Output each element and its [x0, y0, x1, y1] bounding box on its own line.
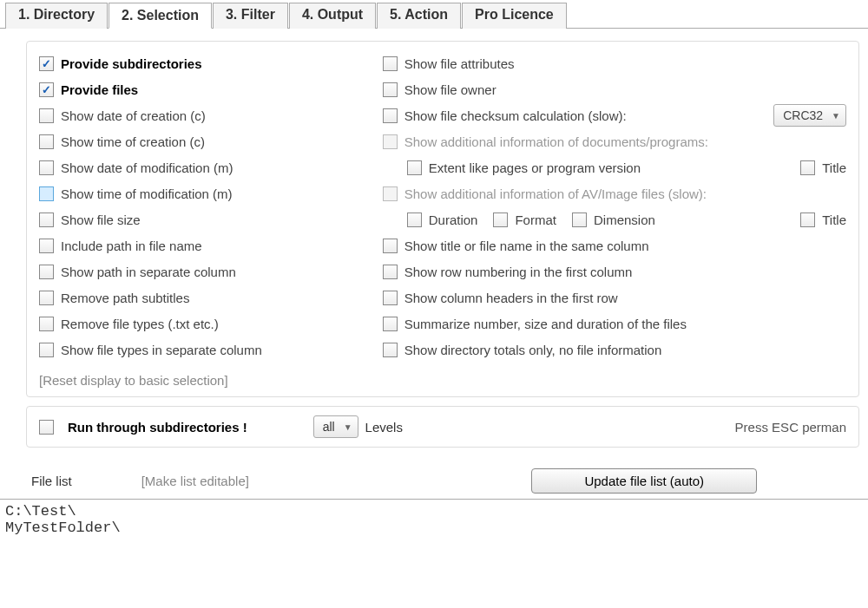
label-time-creation: Show time of creation (c) — [61, 134, 205, 149]
checkbox-include-path[interactable] — [39, 239, 54, 253]
label-dimension: Dimension — [594, 212, 655, 227]
chevron-down-icon: ▼ — [832, 111, 840, 121]
tab-filter[interactable]: 3. Filter — [213, 3, 288, 29]
label-types-sep-col: Show file types in separate column — [61, 343, 262, 357]
checkbox-title-same-col[interactable] — [383, 239, 398, 253]
make-list-editable-link[interactable]: [Make list editable] — [141, 474, 249, 488]
label-title-same-col: Show title or file name in the same colu… — [404, 239, 649, 253]
checkbox-title2[interactable] — [800, 212, 815, 227]
checkbox-provide-files[interactable]: ✓ — [39, 82, 54, 97]
label-extent: Extent like pages or program version — [429, 160, 641, 175]
label-col-headers: Show column headers in the first row — [404, 291, 618, 305]
file-list-output[interactable]: C:\Test\ MyTestFolder\ — [0, 499, 868, 539]
checkbox-remove-types[interactable] — [39, 317, 54, 331]
esc-hint: Press ESC perman — [735, 420, 846, 435]
checkbox-types-sep-col[interactable] — [39, 343, 54, 357]
tab-pro-licence[interactable]: Pro Licence — [462, 3, 567, 29]
run-through-group: Run through subdirectories ! all▼ Levels… — [26, 406, 859, 448]
checkbox-col-headers[interactable] — [383, 291, 398, 305]
checkbox-title1[interactable] — [800, 160, 815, 175]
label-path-sep-col: Show path in separate column — [61, 265, 236, 279]
label-owner: Show file owner — [404, 82, 496, 97]
tab-bar: 1. Directory 2. Selection 3. Filter 4. O… — [0, 0, 868, 29]
checkbox-checksum[interactable] — [383, 108, 398, 123]
label-row-num: Show row numbering in the first column — [404, 265, 633, 279]
checkbox-format[interactable] — [493, 212, 508, 227]
chevron-down-icon: ▼ — [344, 422, 352, 432]
checkbox-date-creation[interactable] — [39, 108, 54, 123]
checkbox-dir-totals[interactable] — [383, 343, 398, 357]
label-doc-info: Show additional information of documents… — [404, 134, 708, 149]
label-av-info: Show additional information of AV/Image … — [404, 186, 707, 201]
label-levels: Levels — [365, 420, 403, 435]
checkbox-owner[interactable] — [383, 82, 398, 97]
label-provide-subdirs: Provide subdirectories — [61, 56, 202, 71]
checkbox-time-mod[interactable] — [39, 186, 54, 201]
checkbox-av-info — [383, 186, 398, 201]
checkbox-run-through[interactable] — [39, 420, 54, 435]
tab-selection[interactable]: 2. Selection — [108, 3, 212, 29]
label-remove-subtitles: Remove path subtitles — [61, 291, 189, 305]
label-time-mod: Show time of modification (m) — [61, 186, 233, 201]
label-title2: Title — [822, 212, 846, 227]
checkbox-path-sep-col[interactable] — [39, 265, 54, 279]
checkbox-provide-subdirs[interactable]: ✓ — [39, 56, 54, 71]
checkbox-row-num[interactable] — [383, 265, 398, 279]
label-dir-totals: Show directory totals only, no file info… — [404, 343, 662, 357]
label-attrs: Show file attributes — [404, 56, 515, 71]
display-options-group: ✓Provide subdirectories ✓Provide files S… — [26, 41, 859, 397]
checkbox-date-mod[interactable] — [39, 160, 54, 175]
label-run-through: Run through subdirectories ! — [68, 420, 247, 435]
label-provide-files: Provide files — [61, 82, 138, 97]
select-levels[interactable]: all▼ — [313, 415, 358, 438]
tab-output[interactable]: 4. Output — [289, 3, 376, 29]
label-summarize: Summarize number, size and duration of t… — [404, 317, 687, 331]
file-list-label: File list — [31, 474, 72, 488]
label-include-path: Include path in file name — [61, 239, 202, 253]
label-title1: Title — [822, 160, 846, 175]
tab-action[interactable]: 5. Action — [377, 3, 461, 29]
label-date-creation: Show date of creation (c) — [61, 108, 206, 123]
checkbox-file-size[interactable] — [39, 212, 54, 227]
checkbox-attrs[interactable] — [383, 56, 398, 71]
select-checksum-alg[interactable]: CRC32▼ — [773, 104, 846, 127]
checkbox-duration[interactable] — [407, 212, 422, 227]
label-format: Format — [515, 212, 556, 227]
checkbox-dimension[interactable] — [572, 212, 587, 227]
label-date-mod: Show date of modification (m) — [61, 160, 233, 175]
checkbox-extent[interactable] — [407, 160, 422, 175]
label-duration: Duration — [429, 212, 478, 227]
label-remove-types: Remove file types (.txt etc.) — [61, 317, 219, 331]
label-checksum: Show file checksum calculation (slow): — [404, 108, 627, 123]
checkbox-summarize[interactable] — [383, 317, 398, 331]
checkbox-remove-subtitles[interactable] — [39, 291, 54, 305]
checkbox-doc-info — [383, 134, 398, 149]
update-file-list-button[interactable]: Update file list (auto) — [531, 468, 757, 494]
checkbox-time-creation[interactable] — [39, 134, 54, 149]
reset-display-link[interactable]: [Reset display to basic selection] — [39, 373, 846, 388]
tab-directory[interactable]: 1. Directory — [5, 3, 108, 29]
label-file-size: Show file size — [61, 212, 141, 227]
